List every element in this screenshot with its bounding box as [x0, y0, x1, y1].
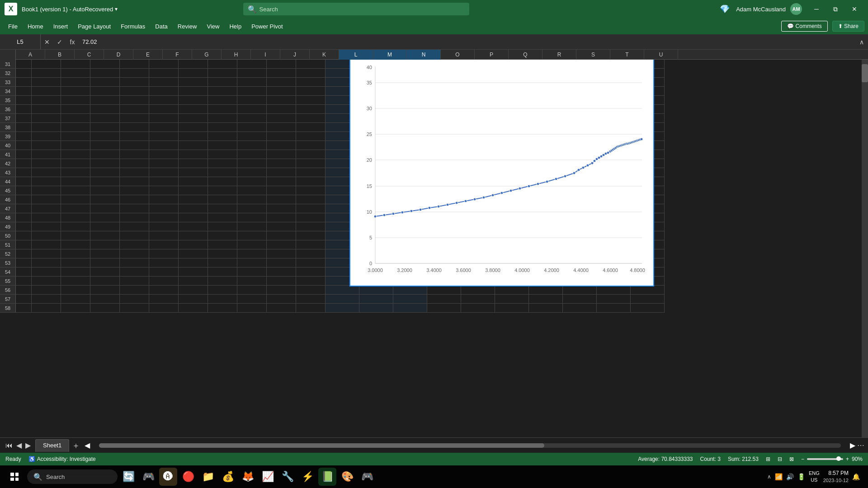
- cell[interactable]: [149, 277, 179, 286]
- cell[interactable]: [208, 231, 237, 240]
- cell[interactable]: [120, 141, 149, 150]
- menu-home[interactable]: Home: [23, 21, 48, 32]
- cell[interactable]: [208, 69, 237, 78]
- row-number[interactable]: 57: [0, 295, 16, 304]
- cell[interactable]: [179, 150, 208, 159]
- cell[interactable]: [90, 304, 120, 313]
- cell[interactable]: [267, 231, 296, 240]
- cell[interactable]: [149, 231, 179, 240]
- taskbar-icon-6[interactable]: 🦊: [239, 468, 257, 486]
- cell[interactable]: [563, 295, 597, 304]
- cell[interactable]: [149, 132, 179, 141]
- menu-power-pivot[interactable]: Power Pivot: [247, 21, 287, 32]
- cell[interactable]: [208, 141, 237, 150]
- cell[interactable]: [90, 240, 120, 249]
- cell[interactable]: [237, 258, 267, 267]
- row-number[interactable]: 58: [0, 304, 16, 313]
- cell[interactable]: [208, 186, 237, 195]
- horizontal-scrollbar-thumb[interactable]: [99, 443, 544, 448]
- col-header-H[interactable]: H: [222, 50, 251, 60]
- cell[interactable]: [32, 186, 61, 195]
- vertical-scroll-thumb[interactable]: [862, 64, 868, 82]
- cell[interactable]: [267, 150, 296, 159]
- cell[interactable]: [32, 231, 61, 240]
- cell[interactable]: [296, 267, 326, 277]
- cell[interactable]: [631, 286, 665, 295]
- cell[interactable]: [461, 286, 495, 295]
- language-indicator[interactable]: ENGUS: [809, 470, 820, 484]
- menu-review[interactable]: Review: [173, 21, 202, 32]
- cell[interactable]: [179, 231, 208, 240]
- cell[interactable]: [267, 204, 296, 213]
- cell[interactable]: [16, 267, 32, 277]
- cell[interactable]: [179, 141, 208, 150]
- cell[interactable]: [32, 304, 61, 313]
- row-number[interactable]: 43: [0, 168, 16, 177]
- taskbar-icon-3[interactable]: 🔴: [179, 468, 197, 486]
- cell[interactable]: [296, 231, 326, 240]
- col-header-E[interactable]: E: [133, 50, 163, 60]
- cell[interactable]: [120, 123, 149, 132]
- cell[interactable]: [32, 159, 61, 168]
- cell[interactable]: [16, 159, 32, 168]
- taskbar-icon-8[interactable]: 🔧: [278, 468, 297, 486]
- col-header-P[interactable]: P: [475, 50, 509, 60]
- cell[interactable]: [179, 222, 208, 231]
- cell[interactable]: [61, 60, 90, 69]
- cell[interactable]: [296, 240, 326, 249]
- cell[interactable]: [90, 114, 120, 123]
- formula-expand-button[interactable]: ∧: [855, 34, 868, 49]
- cell[interactable]: [237, 96, 267, 105]
- cell[interactable]: [120, 150, 149, 159]
- row-number[interactable]: 39: [0, 132, 16, 141]
- cell[interactable]: [267, 240, 296, 249]
- col-header-R[interactable]: R: [542, 50, 576, 60]
- cell[interactable]: [267, 286, 296, 295]
- taskbar-icon-7[interactable]: 📈: [259, 468, 277, 486]
- cell[interactable]: [359, 295, 393, 304]
- row-number[interactable]: 46: [0, 195, 16, 204]
- cell[interactable]: [179, 168, 208, 177]
- cell[interactable]: [149, 204, 179, 213]
- cell[interactable]: [461, 304, 495, 313]
- cell[interactable]: [32, 249, 61, 258]
- taskbar-icon-11[interactable]: 🎨: [338, 468, 356, 486]
- cell[interactable]: [16, 240, 32, 249]
- cell[interactable]: [32, 123, 61, 132]
- cell[interactable]: [149, 141, 179, 150]
- cell[interactable]: [393, 286, 427, 295]
- cell[interactable]: [237, 150, 267, 159]
- search-bar[interactable]: 🔍: [243, 3, 469, 15]
- cell[interactable]: [208, 114, 237, 123]
- row-number[interactable]: 32: [0, 69, 16, 78]
- taskbar-icon-12[interactable]: 🎮: [358, 468, 376, 486]
- cell[interactable]: [495, 286, 529, 295]
- close-button[interactable]: ✕: [845, 2, 863, 16]
- cell[interactable]: [120, 277, 149, 286]
- cell[interactable]: [120, 132, 149, 141]
- cell[interactable]: [149, 286, 179, 295]
- cell[interactable]: [149, 123, 179, 132]
- tab-nav-prev[interactable]: ◀: [14, 441, 24, 450]
- cell[interactable]: [16, 141, 32, 150]
- cell[interactable]: [296, 69, 326, 78]
- col-header-L[interactable]: L: [339, 50, 373, 60]
- cell[interactable]: [237, 267, 267, 277]
- cell[interactable]: [208, 195, 237, 204]
- cell[interactable]: [90, 277, 120, 286]
- cell[interactable]: [61, 114, 90, 123]
- cell[interactable]: [267, 277, 296, 286]
- row-number[interactable]: 50: [0, 231, 16, 240]
- cell[interactable]: [61, 132, 90, 141]
- cell[interactable]: [179, 286, 208, 295]
- cell[interactable]: [61, 69, 90, 78]
- cell[interactable]: [149, 150, 179, 159]
- cell[interactable]: [359, 286, 393, 295]
- cell[interactable]: [237, 277, 267, 286]
- cell[interactable]: [120, 295, 149, 304]
- tab-nav-first[interactable]: ⏮: [4, 441, 14, 450]
- cell[interactable]: [120, 114, 149, 123]
- cell[interactable]: [296, 286, 326, 295]
- cell[interactable]: [179, 195, 208, 204]
- cell[interactable]: [208, 105, 237, 114]
